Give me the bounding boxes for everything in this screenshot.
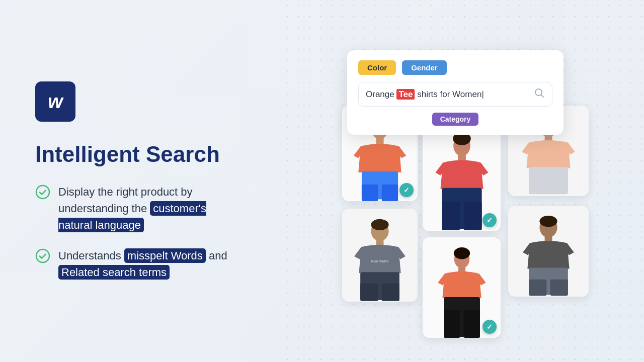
svg-point-33 (539, 216, 557, 227)
svg-text:Real Madrid: Real Madrid (371, 259, 389, 262)
bullet-item-1: Display the right product by understandi… (35, 184, 252, 233)
svg-point-0 (36, 186, 49, 199)
bullet-item-2: Understands misspelt Words andRelated se… (35, 247, 252, 281)
product-card-4: Real Madrid (342, 209, 418, 302)
logo-wrap: w (35, 81, 252, 122)
bullet-text-1: Display the right product by understandi… (58, 184, 252, 233)
check-badge-2: ✓ (482, 213, 497, 227)
svg-rect-5 (376, 137, 383, 144)
check-badge-1: ✓ (399, 183, 414, 197)
logo-box: w (35, 81, 75, 122)
svg-rect-24 (382, 283, 399, 301)
search-card: Color Gender Orange Tee shirts for Women… (347, 50, 564, 135)
search-icon[interactable] (534, 87, 545, 101)
search-query: Orange Tee shirts for Women| (366, 89, 530, 100)
svg-rect-13 (442, 202, 460, 230)
page-title: Intelligent Search (35, 142, 252, 167)
check-badge-5: ✓ (482, 320, 497, 334)
product-card-6 (508, 206, 589, 297)
bullet-list: Display the right product by understandi… (35, 184, 252, 281)
highlight-related-search-terms: Related search terms (58, 265, 170, 280)
page: w Intelligent Search Display the right p… (0, 0, 644, 362)
color-filter-tag[interactable]: Color (358, 60, 396, 75)
right-panel: Color Gender Orange Tee shirts for Women… (282, 0, 644, 362)
search-bar[interactable]: Orange Tee shirts for Women| (358, 82, 552, 107)
svg-rect-23 (360, 283, 378, 301)
svg-rect-8 (382, 185, 398, 201)
product-card-2: ✓ (423, 121, 501, 231)
bullet-text-2: Understands misspelt Words andRelated se… (58, 247, 227, 281)
highlight-misspelt-words: misspelt Words (124, 248, 206, 263)
filter-tags: Color Gender (358, 60, 552, 75)
highlight-customers-natural-language: customer'snatural language (58, 201, 206, 232)
logo-letter: w (48, 92, 63, 111)
svg-rect-30 (444, 310, 460, 338)
misspelt-highlight: Tee (396, 89, 415, 100)
mock-container: Color Gender Orange Tee shirts for Women… (342, 35, 584, 327)
category-filter-tag[interactable]: Category (432, 113, 479, 126)
check-circle-icon-2 (35, 248, 50, 263)
svg-rect-36 (529, 280, 546, 296)
svg-rect-37 (550, 280, 568, 296)
category-tag-row: Category (358, 113, 552, 126)
svg-rect-14 (463, 202, 481, 230)
left-panel: w Intelligent Search Display the right p… (0, 51, 282, 311)
check-circle-icon-1 (35, 185, 50, 200)
svg-point-1 (36, 249, 49, 262)
product-card-5: ✓ (423, 237, 501, 338)
product-image-6 (508, 206, 589, 297)
svg-rect-7 (362, 185, 378, 201)
product-image-4: Real Madrid (342, 209, 418, 302)
svg-rect-18 (529, 167, 568, 195)
svg-point-27 (453, 247, 469, 259)
gender-filter-tag[interactable]: Gender (402, 60, 447, 75)
product-grid: ✓ (342, 106, 589, 322)
svg-point-20 (371, 219, 388, 230)
svg-rect-31 (463, 310, 479, 338)
